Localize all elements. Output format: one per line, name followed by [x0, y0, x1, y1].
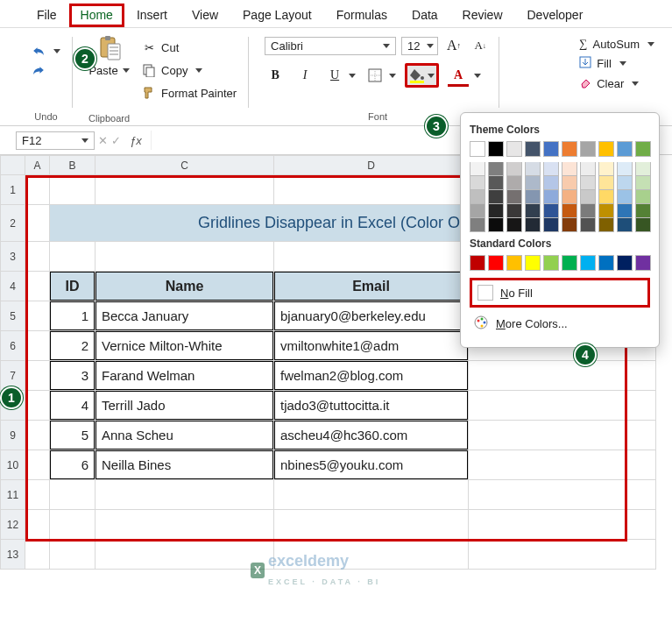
color-swatch[interactable] [580, 255, 596, 271]
color-swatch[interactable] [488, 255, 504, 271]
font-color-button[interactable]: A [448, 65, 469, 86]
color-swatch[interactable] [525, 255, 541, 271]
color-swatch[interactable] [488, 218, 504, 232]
color-swatch[interactable] [525, 190, 541, 204]
cell[interactable] [95, 242, 274, 272]
color-swatch[interactable] [580, 218, 596, 232]
color-swatch[interactable] [470, 204, 485, 218]
italic-button[interactable]: I [294, 65, 315, 86]
color-swatch[interactable] [617, 218, 633, 232]
row-header[interactable]: 1 [1, 175, 25, 205]
cell[interactable] [274, 510, 469, 540]
underline-button[interactable]: U [324, 65, 345, 86]
table-cell[interactable]: fwelman2@blog.com [274, 361, 469, 391]
color-swatch[interactable] [488, 204, 504, 218]
autosum-button[interactable]: ∑ AutoSum [579, 37, 654, 51]
color-swatch[interactable] [635, 176, 651, 190]
color-swatch[interactable] [506, 176, 522, 190]
color-swatch[interactable] [635, 162, 651, 176]
font-size-select[interactable]: 12 [401, 37, 438, 55]
color-swatch[interactable] [562, 204, 577, 218]
row-header[interactable]: 3 [1, 242, 25, 272]
color-swatch[interactable] [525, 141, 541, 157]
name-box[interactable]: F12 [16, 131, 95, 150]
color-swatch[interactable] [543, 218, 559, 232]
cell[interactable] [469, 540, 656, 570]
cancel-formula-button[interactable]: ✕ [98, 134, 108, 147]
cell[interactable] [469, 480, 656, 510]
table-header-email[interactable]: Email [274, 272, 469, 301]
color-swatch[interactable] [506, 218, 522, 232]
cell[interactable] [274, 480, 469, 510]
table-cell[interactable]: Vernice Milton-White [95, 331, 274, 361]
no-fill-item[interactable]: No Fill [474, 281, 646, 304]
cell[interactable] [50, 540, 95, 570]
color-swatch[interactable] [580, 190, 596, 204]
row-header[interactable]: 6 [1, 331, 25, 361]
table-cell[interactable]: 3 [50, 361, 95, 391]
cell[interactable] [274, 175, 469, 205]
undo-button[interactable] [28, 42, 64, 60]
tab-view[interactable]: View [180, 4, 230, 27]
tab-home[interactable]: Home [69, 4, 124, 27]
color-swatch[interactable] [525, 204, 541, 218]
row-header[interactable]: 11 [1, 480, 25, 510]
color-swatch[interactable] [617, 141, 633, 157]
table-cell[interactable]: 5 [50, 421, 95, 450]
color-swatch[interactable] [635, 218, 651, 232]
color-swatch[interactable] [635, 204, 651, 218]
table-header-name[interactable]: Name [95, 272, 274, 301]
table-cell[interactable]: Anna Scheu [95, 421, 274, 450]
color-swatch[interactable] [543, 255, 559, 271]
color-swatch[interactable] [617, 190, 633, 204]
table-cell[interactable]: Terrill Jado [95, 391, 274, 421]
cell[interactable] [25, 175, 50, 205]
row-header[interactable]: 2 [1, 205, 25, 242]
color-swatch[interactable] [470, 255, 485, 271]
fill-button[interactable]: Fill [579, 56, 654, 71]
cell[interactable] [50, 242, 95, 272]
color-swatch[interactable] [470, 162, 485, 176]
color-swatch[interactable] [506, 204, 522, 218]
clear-button[interactable]: Clear [579, 76, 654, 91]
color-swatch[interactable] [488, 176, 504, 190]
cell[interactable] [50, 480, 95, 510]
color-swatch[interactable] [598, 204, 614, 218]
cell[interactable] [274, 242, 469, 272]
color-swatch[interactable] [562, 141, 577, 157]
color-swatch[interactable] [617, 204, 633, 218]
color-swatch[interactable] [598, 190, 614, 204]
color-swatch[interactable] [543, 141, 559, 157]
row-header[interactable]: 9 [1, 421, 25, 450]
color-swatch[interactable] [506, 255, 522, 271]
color-swatch[interactable] [543, 190, 559, 204]
color-swatch[interactable] [562, 162, 577, 176]
color-swatch[interactable] [506, 141, 522, 157]
color-swatch[interactable] [580, 141, 596, 157]
col-header[interactable]: D [274, 156, 469, 175]
tab-insert[interactable]: Insert [124, 4, 180, 27]
cell[interactable] [25, 540, 50, 570]
color-swatch[interactable] [617, 176, 633, 190]
copy-button[interactable]: Copy [138, 61, 240, 79]
table-cell[interactable]: 2 [50, 331, 95, 361]
table-header-id[interactable]: ID [50, 272, 95, 301]
table-cell[interactable]: ascheu4@hc360.com [274, 421, 469, 450]
color-swatch[interactable] [617, 255, 633, 271]
enter-formula-button[interactable]: ✓ [111, 134, 121, 147]
color-swatch[interactable] [562, 176, 577, 190]
color-swatch[interactable] [598, 218, 614, 232]
col-header[interactable]: A [25, 156, 50, 175]
table-cell[interactable]: 6 [50, 450, 95, 480]
color-swatch[interactable] [543, 204, 559, 218]
row-header[interactable]: 12 [1, 510, 25, 540]
bold-button[interactable]: B [265, 65, 286, 86]
color-swatch[interactable] [470, 141, 485, 157]
cell[interactable] [95, 480, 274, 510]
color-swatch[interactable] [598, 141, 614, 157]
color-swatch[interactable] [525, 218, 541, 232]
color-swatch[interactable] [580, 162, 596, 176]
color-swatch[interactable] [635, 255, 651, 271]
cell[interactable] [50, 175, 95, 205]
color-swatch[interactable] [506, 190, 522, 204]
